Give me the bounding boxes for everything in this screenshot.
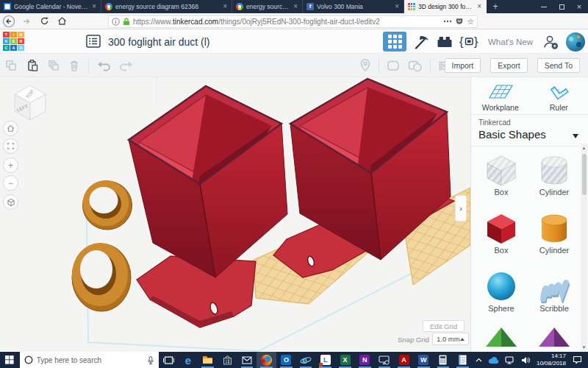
ruler-helper-item[interactable]: Ruler bbox=[530, 80, 588, 114]
workplane-tool-icon[interactable] bbox=[359, 58, 372, 73]
perspective-toggle-button[interactable] bbox=[3, 194, 18, 210]
onenote-icon[interactable]: N bbox=[355, 352, 375, 368]
scroll-up-icon[interactable]: ▲ bbox=[582, 144, 587, 152]
redo-icon[interactable] bbox=[119, 60, 133, 71]
edge-icon[interactable]: e bbox=[179, 352, 198, 368]
shape-red-box[interactable]: Box bbox=[477, 211, 526, 255]
snap-grid-dropdown[interactable]: 1.0 mm bbox=[432, 333, 469, 345]
bookmark-star-icon[interactable]: ☆ bbox=[467, 18, 474, 26]
codeblocks-icon[interactable]: {} bbox=[459, 35, 479, 49]
outlook-icon[interactable]: O bbox=[276, 352, 296, 368]
restore-button[interactable] bbox=[553, 0, 570, 13]
zoom-in-button[interactable]: + bbox=[3, 158, 18, 173]
fit-view-button[interactable] bbox=[3, 138, 18, 154]
browser-tab-volvo[interactable]: f Volvo 300 Mania × bbox=[303, 0, 404, 13]
search-input[interactable] bbox=[37, 356, 143, 364]
internet-explorer-icon[interactable]: e bbox=[296, 352, 316, 368]
url-field[interactable]: https://www.tinkercad.com/things/0ojRyj5… bbox=[108, 15, 478, 28]
shape-purple-pyramid-partial[interactable] bbox=[530, 328, 578, 347]
paste-icon[interactable] bbox=[26, 59, 39, 72]
browser-tab-energy-1[interactable]: energy source diagram 62368 × bbox=[101, 0, 232, 13]
remote-desktop-icon[interactable] bbox=[375, 352, 395, 368]
copy-icon[interactable] bbox=[4, 59, 18, 72]
delete-icon[interactable] bbox=[68, 59, 80, 72]
shape-hole-cylinder[interactable]: Cylinder bbox=[530, 153, 578, 197]
whats-new-link[interactable]: What's New bbox=[486, 38, 535, 46]
viewport-canvas[interactable] bbox=[0, 77, 470, 352]
file-explorer-icon[interactable] bbox=[198, 352, 218, 368]
panel-collapse-handle[interactable]: › bbox=[455, 195, 467, 222]
tab-close-icon[interactable]: × bbox=[394, 3, 400, 10]
workplane-helper-item[interactable]: Workplane bbox=[471, 80, 530, 114]
pocket-icon[interactable] bbox=[455, 17, 464, 26]
tab-close-icon[interactable]: × bbox=[91, 3, 97, 10]
firefox-icon[interactable] bbox=[257, 352, 276, 368]
tinkercad-logo[interactable]: T I N K E R C A D bbox=[3, 32, 24, 51]
ring-lower[interactable] bbox=[72, 243, 131, 311]
home-button[interactable] bbox=[53, 13, 71, 29]
viewport[interactable]: TOP LEFT + − › Edit Grid Snap Grid 1.0 m… bbox=[0, 77, 470, 352]
taskbar-search[interactable] bbox=[20, 352, 159, 368]
view-cube[interactable]: TOP LEFT bbox=[10, 79, 51, 123]
mail-icon[interactable] bbox=[237, 352, 257, 368]
start-button[interactable] bbox=[0, 352, 20, 368]
zoom-out-button[interactable]: − bbox=[3, 175, 18, 191]
minimize-button[interactable] bbox=[535, 0, 553, 13]
shape-orange-cylinder[interactable]: Cylinder bbox=[530, 211, 578, 255]
solid-shape-icon[interactable] bbox=[386, 59, 401, 72]
action-center-icon[interactable] bbox=[570, 352, 588, 368]
edit-grid-button[interactable]: Edit Grid bbox=[423, 320, 465, 332]
task-view-button[interactable] bbox=[159, 352, 179, 368]
page-actions-icon[interactable] bbox=[443, 20, 452, 23]
duplicate-icon[interactable] bbox=[47, 59, 60, 72]
microphone-icon[interactable] bbox=[147, 355, 154, 365]
browser-tab-energy-2[interactable]: energy source diagram 62368 × bbox=[232, 0, 303, 13]
duct-left[interactable] bbox=[129, 86, 287, 277]
user-avatar[interactable] bbox=[566, 32, 585, 52]
shape-hole-box[interactable]: Box bbox=[477, 153, 526, 197]
browser-tab-tinkercad-active[interactable]: 3D design 300 foglight air duct × bbox=[404, 0, 487, 13]
back-button[interactable] bbox=[0, 13, 18, 29]
minecraft-export-icon[interactable] bbox=[413, 34, 430, 50]
network-icon[interactable] bbox=[502, 352, 518, 368]
acrobat-icon[interactable]: A bbox=[394, 352, 414, 368]
calculator-icon[interactable] bbox=[434, 352, 453, 368]
microsoft-store-icon[interactable] bbox=[218, 352, 237, 368]
hole-shape-icon[interactable] bbox=[407, 59, 423, 72]
shape-scribble[interactable]: Scribble bbox=[530, 269, 578, 313]
shape-green-pyramid-partial[interactable] bbox=[477, 328, 526, 347]
browser-tab-calendar[interactable]: Google Calendar - November × bbox=[0, 0, 101, 13]
tab-close-icon[interactable]: × bbox=[293, 3, 298, 10]
invite-person-icon[interactable] bbox=[542, 34, 559, 50]
scroll-down-icon[interactable]: ▼ bbox=[582, 343, 587, 352]
shape-sphere[interactable]: Sphere bbox=[477, 269, 526, 313]
tab-close-icon[interactable]: × bbox=[476, 3, 482, 10]
new-tab-button[interactable]: + bbox=[487, 0, 504, 13]
design-properties-icon[interactable] bbox=[86, 35, 101, 48]
volume-icon[interactable] bbox=[518, 352, 533, 368]
shape-category-dropdown[interactable]: Tinkercad Basic Shapes bbox=[471, 114, 588, 146]
send-to-button[interactable]: Send To bbox=[537, 58, 580, 74]
scrollbar-thumb[interactable] bbox=[582, 154, 587, 195]
skype-business-icon[interactable]: L bbox=[315, 352, 335, 368]
taskbar-clock[interactable]: 14:17 10/08/2018 bbox=[533, 353, 570, 368]
excel-icon[interactable]: X bbox=[335, 352, 355, 368]
panel-scrollbar[interactable]: ▲ ▼ bbox=[581, 144, 587, 352]
ring-upper[interactable] bbox=[83, 180, 132, 230]
tab-close-icon[interactable]: × bbox=[222, 3, 228, 10]
url-text[interactable]: https://www.tinkercad.com/things/0ojRyj5… bbox=[133, 18, 440, 26]
forward-button[interactable] bbox=[18, 13, 35, 29]
view-home-button[interactable] bbox=[3, 121, 18, 136]
show-hidden-icons[interactable] bbox=[473, 352, 485, 368]
design-title[interactable]: 300 foglight air duct (l) bbox=[108, 36, 210, 48]
word-icon[interactable]: W bbox=[414, 352, 434, 368]
notepad-icon[interactable] bbox=[453, 352, 473, 368]
undo-icon[interactable] bbox=[97, 60, 111, 71]
close-button[interactable]: × bbox=[570, 0, 588, 13]
design-view-button[interactable] bbox=[383, 32, 406, 52]
onedrive-cloud-icon[interactable] bbox=[485, 352, 502, 368]
site-info-icon[interactable] bbox=[112, 18, 120, 26]
import-button[interactable]: Import bbox=[445, 58, 481, 74]
export-button[interactable]: Export bbox=[490, 58, 527, 74]
refresh-icon[interactable] bbox=[35, 13, 53, 29]
